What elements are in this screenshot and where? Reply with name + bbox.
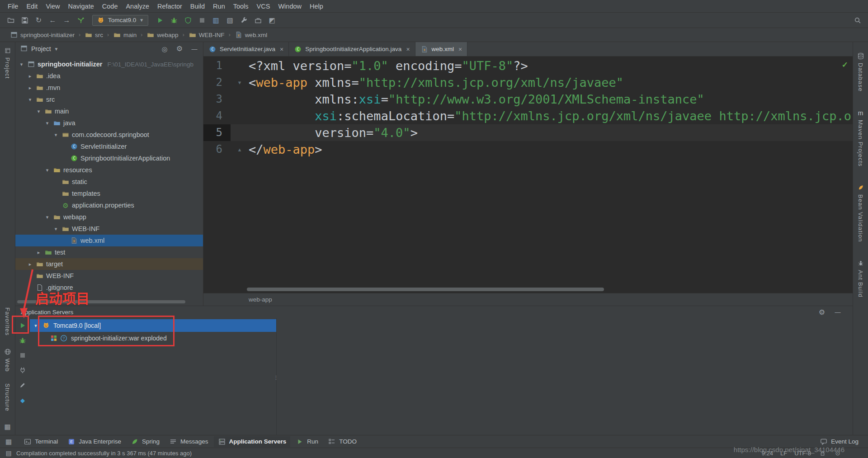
line-number[interactable]: 5 xyxy=(203,124,231,141)
profile2-button[interactable]: ▧ xyxy=(224,14,236,26)
breadcrumb-item[interactable]: xweb.xml xyxy=(234,31,269,39)
breadcrumb-item[interactable]: src xyxy=(84,31,104,39)
profile1-button[interactable]: ▥ xyxy=(210,14,222,26)
breadcrumb-item[interactable]: main xyxy=(112,31,137,39)
editor-horizontal-scrollbar[interactable] xyxy=(247,288,604,291)
debug-button[interactable] xyxy=(18,335,28,345)
pencil-button[interactable] xyxy=(18,380,28,390)
menu-item-run[interactable]: Run xyxy=(209,3,229,10)
project-tree-node[interactable]: CServletInitializer xyxy=(15,141,203,152)
menu-item-analyze[interactable]: Analyze xyxy=(122,3,153,10)
project-tree-node[interactable]: ▸.idea xyxy=(15,70,203,82)
stop-button[interactable] xyxy=(196,14,208,26)
plug-button[interactable] xyxy=(18,365,28,375)
back-button[interactable]: ← xyxy=(47,14,59,26)
deploy-button[interactable]: ◆ xyxy=(18,395,28,405)
tool-button-maven-projects[interactable]: mMaven Projects xyxy=(857,109,865,167)
tool-tab-terminal[interactable]: Terminal xyxy=(19,436,62,447)
project-tree-node[interactable]: static xyxy=(15,176,203,188)
breadcrumb-item[interactable]: webapp xyxy=(146,31,179,39)
tool-window-switcher-icon[interactable]: ▦ xyxy=(5,438,12,445)
project-tree-node[interactable]: ▾WEB-INF xyxy=(15,223,203,235)
forward-button[interactable]: → xyxy=(61,14,73,26)
project-tree-node[interactable]: ▾com.codecoord.springboot xyxy=(15,129,203,141)
menu-item-tools[interactable]: Tools xyxy=(229,3,253,10)
open-button[interactable] xyxy=(5,14,17,26)
tool-button-web[interactable]: Web xyxy=(4,348,12,372)
project-tree-node[interactable]: xweb.xml xyxy=(15,235,203,246)
coverage-button[interactable] xyxy=(182,14,194,26)
close-tab-icon[interactable]: × xyxy=(406,46,410,53)
breadcrumb-item[interactable]: WEB-INF xyxy=(188,31,226,39)
sprout-button[interactable] xyxy=(75,14,87,26)
project-tree-node[interactable]: WEB-INF xyxy=(15,270,203,282)
menu-item-code[interactable]: Code xyxy=(98,3,122,10)
sync-button[interactable]: ↻ xyxy=(33,14,45,26)
editor-tab[interactable]: CSpringbootInitializerApplication.java× xyxy=(289,42,415,56)
run-config-selector[interactable]: Tomcat9.0 ▼ xyxy=(92,15,148,26)
gear-button[interactable]: ⚙ xyxy=(818,308,826,316)
wrench-button[interactable] xyxy=(238,14,250,26)
project-tree-node[interactable]: ▾src xyxy=(15,94,203,105)
project-tree[interactable]: ▾springboot-initializerF:\01_IDEA\01_Jav… xyxy=(15,56,203,306)
minus-button[interactable]: — xyxy=(190,45,198,53)
locate-button[interactable]: ◎ xyxy=(160,45,169,53)
event-log-button[interactable]: Event Log xyxy=(816,436,863,447)
tool-tab-java-enterprise[interactable]: EJava Enterprise xyxy=(63,436,125,447)
tool-button-bean-validation[interactable]: Bean Validation xyxy=(857,184,865,242)
stop-button[interactable] xyxy=(18,350,28,360)
project-tree-node[interactable]: ▸test xyxy=(15,246,203,258)
menu-item-edit[interactable]: Edit xyxy=(22,3,42,10)
tool-button-database[interactable]: Database xyxy=(857,52,865,92)
plugin-button[interactable]: ◩ xyxy=(266,14,278,26)
breadcrumb-item[interactable]: springboot-initializer xyxy=(9,31,75,39)
line-number[interactable]: 2 xyxy=(203,74,231,91)
menu-item-file[interactable]: File xyxy=(4,3,22,10)
project-tree-node[interactable]: ⚙application.properties xyxy=(15,199,203,211)
xml-breadcrumb-item[interactable]: web-app xyxy=(249,296,272,303)
menu-item-help[interactable]: Help xyxy=(306,3,327,10)
line-number[interactable]: 6 xyxy=(203,141,231,158)
line-number[interactable]: 4 xyxy=(203,108,231,124)
menu-item-window[interactable]: Window xyxy=(274,3,306,10)
tool-tab-application-servers[interactable]: Application Servers xyxy=(214,436,291,447)
project-tree-node[interactable]: ▾main xyxy=(15,105,203,117)
menu-item-build[interactable]: Build xyxy=(186,3,209,10)
close-tab-icon[interactable]: × xyxy=(280,46,283,53)
tool-button-ant-build[interactable]: Ant Build xyxy=(857,259,865,297)
project-tree-node[interactable]: ▾webapp xyxy=(15,211,203,223)
code-editor[interactable]: 1<?xml version="1.0" encoding="UTF-8"?>2… xyxy=(203,57,853,293)
project-tree-node[interactable]: ▸target xyxy=(15,258,203,270)
project-tree-node[interactable]: CSpringbootInitializerApplication xyxy=(15,152,203,164)
line-number[interactable]: 3 xyxy=(203,91,231,108)
editor-tab[interactable]: CServletInitializer.java× xyxy=(203,42,289,56)
toolbox-button[interactable] xyxy=(252,14,264,26)
tool-button-structure[interactable]: Structure xyxy=(4,383,11,411)
project-tree-node[interactable]: ▾java xyxy=(15,117,203,129)
menu-item-vcs[interactable]: VCS xyxy=(253,3,274,10)
menu-item-view[interactable]: View xyxy=(42,3,64,10)
project-view-selector[interactable]: Project ▼ xyxy=(20,44,58,53)
project-tree-node[interactable]: ▾resources xyxy=(15,164,203,176)
close-tab-icon[interactable]: × xyxy=(458,46,462,53)
project-tree-node[interactable]: ▾springboot-initializerF:\01_IDEA\01_Jav… xyxy=(15,58,203,70)
project-tree-node[interactable]: templates xyxy=(15,188,203,199)
tool-button-project[interactable]: Project xyxy=(4,47,12,79)
minus-button[interactable]: — xyxy=(834,308,842,316)
line-number[interactable]: 1 xyxy=(203,57,231,74)
save-button[interactable] xyxy=(19,14,31,26)
project-tree-node[interactable]: ▸.mvn xyxy=(15,82,203,94)
tool-tab-spring[interactable]: Spring xyxy=(127,436,164,447)
menu-item-navigate[interactable]: Navigate xyxy=(64,3,98,10)
menu-item-refactor[interactable]: Refactor xyxy=(153,3,186,10)
tool-tab-messages[interactable]: Messages xyxy=(165,436,212,447)
tool-button-favorites[interactable]: Favorites xyxy=(4,307,11,335)
grid-icon[interactable]: ▦ xyxy=(4,423,10,430)
search-button[interactable] xyxy=(851,14,863,26)
gear-button[interactable]: ⚙ xyxy=(175,45,184,53)
editor-tab[interactable]: xweb.xml× xyxy=(415,42,468,56)
tool-tab-todo[interactable]: TODO xyxy=(324,436,361,447)
tool-tab-run[interactable]: Run xyxy=(292,436,322,447)
debug-button[interactable] xyxy=(168,14,180,26)
run-button[interactable] xyxy=(154,14,166,26)
